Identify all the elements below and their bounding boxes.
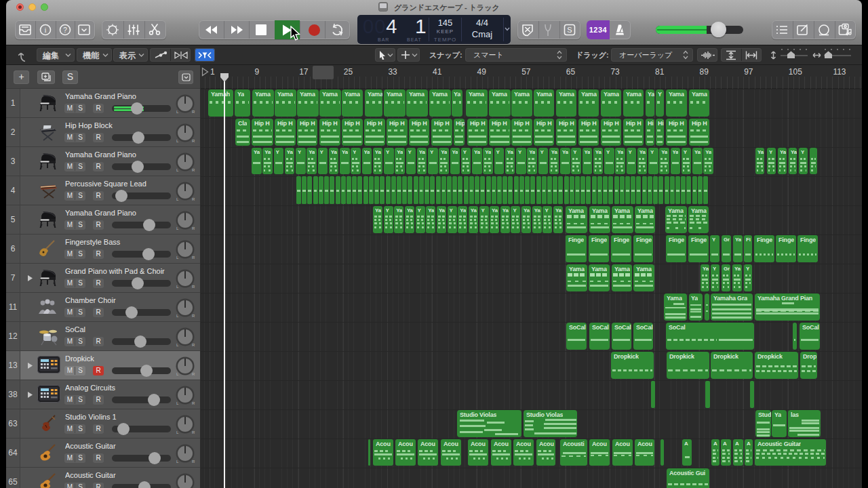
svg-text:i: i [44, 26, 46, 34]
svg-text:?: ? [63, 26, 67, 34]
svg-text:S: S [567, 26, 572, 34]
